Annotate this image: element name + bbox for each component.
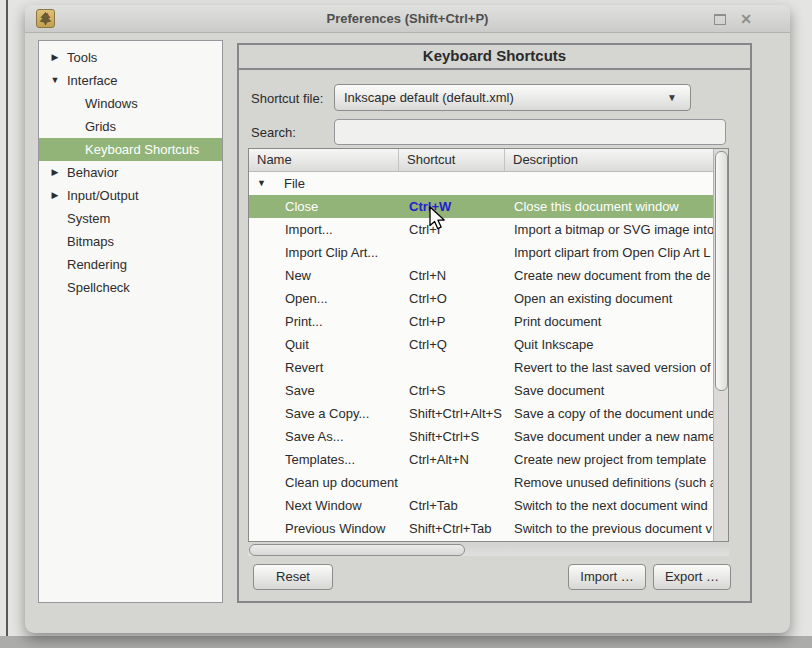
expander-right-icon[interactable]: ▶ [49, 46, 61, 69]
expander-down-icon[interactable]: ▼ [49, 69, 61, 92]
page-title: Keyboard Shortcuts [239, 45, 750, 70]
cell-description: Quit Inkscape [514, 333, 594, 356]
horizontal-scrollbar[interactable] [248, 543, 729, 556]
sidebar-item-input-output[interactable]: ▶Input/Output [39, 184, 222, 207]
sidebar-item-label: Bitmaps [67, 230, 114, 253]
cell-description: Print document [514, 310, 601, 333]
sidebar-item-label: Windows [85, 92, 138, 115]
cell-description: Revert to the last saved version of [514, 356, 711, 379]
cell-description: Switch to the next document wind [514, 494, 708, 517]
expander-down-icon[interactable]: ▼ [257, 172, 266, 195]
cell-name: Open... [285, 287, 328, 310]
expander-right-icon[interactable]: ▶ [49, 184, 61, 207]
table-row-save-as[interactable]: Save As...Shift+Ctrl+SSave document unde… [249, 425, 714, 448]
import-button[interactable]: Import … [568, 564, 646, 590]
table-row-templates[interactable]: Templates...Ctrl+Alt+NCreate new project… [249, 448, 714, 471]
sidebar-item-windows[interactable]: Windows [39, 92, 222, 115]
close-button[interactable]: ✕ [738, 12, 754, 26]
cell-description: Save a copy of the document unde [514, 402, 714, 425]
cell-name: Print... [285, 310, 323, 333]
sidebar-item-label: Tools [67, 46, 97, 69]
cell-name: Clean up document [285, 471, 398, 494]
sidebar-item-label: Input/Output [67, 184, 139, 207]
cell-description: Save document under a new name [514, 425, 714, 448]
cell-name: Quit [285, 333, 309, 356]
horizontal-scrollbar-thumb[interactable] [249, 544, 465, 556]
group-label: File [284, 172, 305, 195]
group-row-file[interactable]: ▼File [249, 172, 714, 195]
sidebar-item-spellcheck[interactable]: Spellcheck [39, 276, 222, 299]
search-label: Search: [251, 125, 296, 140]
cell-name: New [285, 264, 311, 287]
sidebar-item-label: Grids [85, 115, 116, 138]
table-row-save-a-copy[interactable]: Save a Copy...Shift+Ctrl+Alt+SSave a cop… [249, 402, 714, 425]
table-row-import[interactable]: Import...Ctrl+IImport a bitmap or SVG im… [249, 218, 714, 241]
sidebar-item-keyboard-shortcuts[interactable]: Keyboard Shortcuts [39, 138, 222, 161]
sidebar-item-label: Rendering [67, 253, 127, 276]
export-button[interactable]: Export … [653, 564, 731, 590]
desktop-edge-line [6, 0, 8, 648]
cell-description: Close this document window [514, 195, 679, 218]
sidebar-item-interface[interactable]: ▼Interface [39, 69, 222, 92]
sidebar-item-tools[interactable]: ▶Tools [39, 46, 222, 69]
shortcuts-table: Name Shortcut Description ▼FileCloseCtrl… [248, 148, 729, 542]
maximize-button[interactable] [712, 12, 728, 26]
table-row-save[interactable]: SaveCtrl+SSave document [249, 379, 714, 402]
cell-shortcut: Ctrl+W [409, 195, 451, 218]
vertical-scrollbar-thumb[interactable] [715, 151, 728, 391]
window-title: Preferences (Shift+Ctrl+P) [25, 11, 790, 26]
cell-name: Save As... [285, 425, 344, 448]
cell-description: Open an existing document [514, 287, 672, 310]
column-header-description[interactable]: Description [505, 149, 728, 171]
cell-shortcut: Ctrl+Alt+N [409, 448, 469, 471]
table-row-print[interactable]: Print...Ctrl+PPrint document [249, 310, 714, 333]
table-row-next-window[interactable]: Next WindowCtrl+TabSwitch to the next do… [249, 494, 714, 517]
table-row-import-clip-art[interactable]: Import Clip Art...Import clipart from Op… [249, 241, 714, 264]
titlebar[interactable]: Preferences (Shift+Ctrl+P) ✕ [25, 5, 790, 33]
cell-name: Next Window [285, 494, 362, 517]
search-input[interactable] [334, 119, 726, 145]
cell-shortcut: Ctrl+I [409, 218, 440, 241]
cell-name: Save [285, 379, 315, 402]
cell-name: Save a Copy... [285, 402, 369, 425]
preferences-window: Preferences (Shift+Ctrl+P) ✕ ▶Tools▼Inte… [25, 5, 790, 633]
sidebar-item-system[interactable]: System [39, 207, 222, 230]
sidebar-item-rendering[interactable]: Rendering [39, 253, 222, 276]
chevron-down-icon: ▼ [667, 85, 677, 110]
sidebar-item-grids[interactable]: Grids [39, 115, 222, 138]
sidebar-item-label: System [67, 207, 110, 230]
sidebar-item-label: Keyboard Shortcuts [85, 138, 199, 161]
table-row-quit[interactable]: QuitCtrl+QQuit Inkscape [249, 333, 714, 356]
cell-name: Close [285, 195, 318, 218]
cell-name: Import... [285, 218, 333, 241]
reset-button[interactable]: Reset [253, 564, 333, 590]
sidebar-item-label: Behavior [67, 161, 118, 184]
maximize-icon [714, 14, 726, 25]
table-row-open[interactable]: Open...Ctrl+OOpen an existing document [249, 287, 714, 310]
cell-shortcut: Ctrl+O [409, 287, 447, 310]
sidebar-item-behavior[interactable]: ▶Behavior [39, 161, 222, 184]
table-row-revert[interactable]: RevertRevert to the last saved version o… [249, 356, 714, 379]
table-body: ▼FileCloseCtrl+WClose this document wind… [249, 172, 714, 540]
table-header: Name Shortcut Description [249, 149, 728, 172]
cell-shortcut: Shift+Ctrl+Alt+S [409, 402, 502, 425]
table-row-close[interactable]: CloseCtrl+WClose this document window [249, 195, 714, 218]
cell-shortcut: Ctrl+P [409, 310, 445, 333]
shortcut-file-label: Shortcut file: [251, 91, 323, 106]
desktop-background [0, 636, 812, 648]
cell-shortcut: Shift+Ctrl+S [409, 425, 479, 448]
cell-description: Import clipart from Open Clip Art L [514, 241, 711, 264]
column-header-shortcut[interactable]: Shortcut [399, 149, 505, 171]
vertical-scrollbar[interactable] [713, 149, 728, 541]
keyboard-shortcuts-panel: Keyboard Shortcuts Shortcut file: Inksca… [237, 43, 752, 603]
table-row-clean-up-document[interactable]: Clean up documentRemove unused definitio… [249, 471, 714, 494]
cell-description: Save document [514, 379, 604, 402]
sidebar-tree: ▶Tools▼InterfaceWindowsGridsKeyboard Sho… [38, 40, 223, 603]
column-header-name[interactable]: Name [249, 149, 399, 171]
shortcut-file-dropdown[interactable]: Inkscape default (default.xml) ▼ [334, 84, 691, 111]
cell-shortcut: Shift+Ctrl+Tab [409, 517, 491, 540]
table-row-new[interactable]: NewCtrl+NCreate new document from the de [249, 264, 714, 287]
expander-right-icon[interactable]: ▶ [49, 161, 61, 184]
sidebar-item-bitmaps[interactable]: Bitmaps [39, 230, 222, 253]
table-row-previous-window[interactable]: Previous WindowShift+Ctrl+TabSwitch to t… [249, 517, 714, 540]
